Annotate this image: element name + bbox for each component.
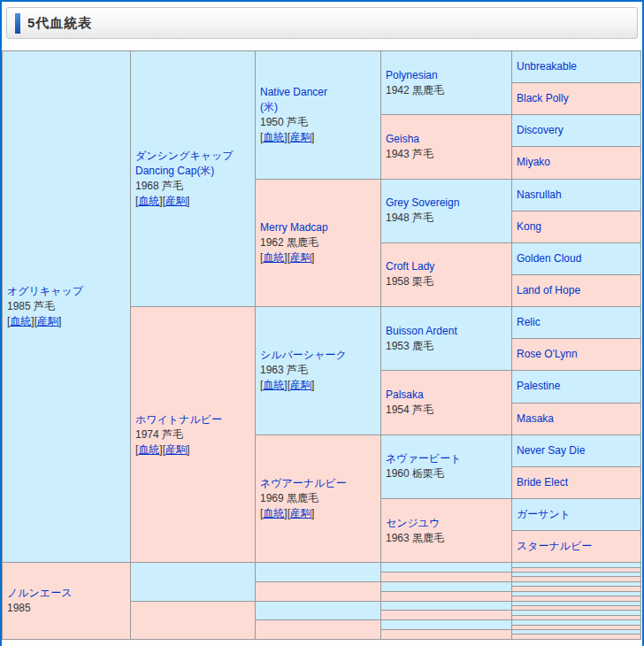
horse-name-link[interactable]: Rose O'Lynn xyxy=(517,348,578,360)
offspring-link[interactable]: 産駒 xyxy=(290,131,311,143)
pedigree-cell: Merry Madcap1962 黒鹿毛[血統][産駒] xyxy=(256,179,381,307)
horse-name-secondary-link[interactable]: (米) xyxy=(260,101,278,113)
horse-name: Golden Cloud xyxy=(517,251,636,266)
pedigree-cell-empty xyxy=(381,573,512,582)
horse-name: Relic xyxy=(517,315,636,330)
horse-year-coat: 1962 黒鹿毛 xyxy=(260,235,376,250)
horse-name-link[interactable]: Golden Cloud xyxy=(517,252,581,265)
horse-year-coat: 1954 芦毛 xyxy=(386,403,507,418)
pedigree-link[interactable]: 血統 xyxy=(263,507,284,519)
horse-name-link[interactable]: Never Say Die xyxy=(517,444,585,457)
pedigree-link[interactable]: 血統 xyxy=(263,251,284,264)
horse-year-coat: 1950 芦毛 xyxy=(260,115,376,130)
horse-name-link[interactable]: シルバーシャーク xyxy=(260,349,347,361)
pedigree-cell: Miyako xyxy=(512,147,641,179)
bracket: ] xyxy=(187,195,189,207)
horse-name-link[interactable]: Merry Madcap xyxy=(260,221,328,234)
horse-name-link[interactable]: オグリキャップ xyxy=(7,285,83,297)
page-title: 5代血統表 xyxy=(27,15,92,32)
pedigree-table: オグリキャップ1985 芦毛[血統][産駒]ダンシングキャップDancing C… xyxy=(2,50,641,640)
horse-name-link[interactable]: Native Dancer xyxy=(260,86,327,98)
pedigree-cell: Polynesian1942 黒鹿毛 xyxy=(381,51,512,115)
horse-name-link[interactable]: ガーサント xyxy=(517,508,571,520)
pedigree-cell: Never Say Die xyxy=(512,435,641,466)
pedigree-link[interactable]: 血統 xyxy=(138,195,159,207)
cell-links: [血統][産駒] xyxy=(7,314,126,329)
pedigree-cell: Black Polly xyxy=(512,83,641,115)
horse-name: Unbreakable xyxy=(517,59,636,74)
horse-name-link[interactable]: センジユウ xyxy=(386,517,440,529)
horse-name: シルバーシャーク xyxy=(260,348,376,363)
pedigree-link[interactable]: 血統 xyxy=(138,443,159,456)
horse-name: Land of Hope xyxy=(517,283,636,298)
pedigree-cell: ネヴァービート1960 栃栗毛 xyxy=(381,435,512,498)
horse-name-link[interactable]: Grey Sovereign xyxy=(386,196,459,209)
pedigree-cell: Native Dancer(米)1950 芦毛[血統][産駒] xyxy=(256,51,381,180)
horse-name-link[interactable]: ホワイトナルビー xyxy=(135,413,222,426)
horse-name-link[interactable]: Croft Lady xyxy=(386,260,434,273)
pedigree-link[interactable]: 血統 xyxy=(263,131,284,143)
title-accent-bar xyxy=(15,13,20,34)
horse-name-link[interactable]: Land of Hope xyxy=(517,284,580,296)
horse-name: Palestine xyxy=(517,379,636,394)
horse-name: スターナルビー xyxy=(517,539,636,554)
pedigree-cell-empty xyxy=(256,620,381,640)
horse-name-link[interactable]: Geisha xyxy=(386,133,419,145)
horse-name: Never Say Die xyxy=(517,443,636,458)
horse-name-link[interactable]: Discovery xyxy=(517,124,564,136)
horse-year-coat: 1963 黒鹿毛 xyxy=(386,531,507,546)
pedigree-cell: Bride Elect xyxy=(512,466,641,498)
horse-name-link[interactable]: Buisson Ardent xyxy=(386,325,457,337)
horse-name: Grey Sovereign xyxy=(386,196,507,211)
horse-year-coat: 1985 芦毛 xyxy=(7,299,126,314)
pedigree-cell: オグリキャップ1985 芦毛[血統][産駒] xyxy=(3,51,131,563)
horse-name-link[interactable]: Palestine xyxy=(517,380,560,392)
horse-name: Kong xyxy=(517,219,636,235)
horse-name-link[interactable]: Nasrullah xyxy=(517,188,562,201)
pedigree-cell-empty xyxy=(381,620,512,630)
horse-name-link[interactable]: Masaka xyxy=(517,412,554,425)
pedigree-link[interactable]: 血統 xyxy=(263,379,284,391)
pedigree-cell: Unbreakable xyxy=(512,51,641,83)
offspring-link[interactable]: 産駒 xyxy=(37,315,58,327)
pedigree-cell: Masaka xyxy=(512,403,641,435)
horse-name-link[interactable]: Unbreakable xyxy=(517,60,577,73)
horse-name-link[interactable]: Bride Elect xyxy=(517,476,568,488)
horse-name-link[interactable]: Miyako xyxy=(517,156,550,168)
offspring-link[interactable]: 産駒 xyxy=(290,507,311,519)
horse-year-coat: 1968 芦毛 xyxy=(135,179,250,194)
horse-name-link[interactable]: ネヴアーナルビー xyxy=(260,477,347,489)
pedigree-cell-empty xyxy=(381,629,512,639)
horse-name-link[interactable]: Relic xyxy=(517,316,540,328)
horse-name: ネヴァービート xyxy=(386,451,507,466)
horse-name-link[interactable]: ダンシングキャップ xyxy=(135,150,234,162)
pedigree-cell: Geisha1943 芦毛 xyxy=(381,115,512,179)
horse-name-link[interactable]: Black Polly xyxy=(517,92,569,104)
bracket: ] xyxy=(187,443,189,456)
pedigree-cell: ガーサント xyxy=(512,498,641,530)
horse-year-coat: 1969 黒鹿毛 xyxy=(260,491,376,506)
cell-links: [血統][産駒] xyxy=(260,378,376,393)
offspring-link[interactable]: 産駒 xyxy=(165,195,187,207)
horse-name-secondary-link[interactable]: Dancing Cap(米) xyxy=(135,165,214,177)
horse-name: Palsaka xyxy=(386,388,507,403)
horse-year-coat: 1943 芦毛 xyxy=(386,147,507,162)
horse-name: Rose O'Lynn xyxy=(517,347,636,362)
horse-name: Black Polly xyxy=(517,91,636,106)
horse-name-link[interactable]: ノルンエース xyxy=(7,587,72,599)
horse-name-link[interactable]: Kong xyxy=(517,220,541,233)
horse-name-link[interactable]: Palsaka xyxy=(386,388,424,401)
pedigree-cell-empty xyxy=(381,601,512,611)
horse-name: Bride Elect xyxy=(517,475,636,490)
offspring-link[interactable]: 産駒 xyxy=(165,443,187,456)
offspring-link[interactable]: 産駒 xyxy=(290,251,311,264)
cell-links: [血統][産駒] xyxy=(260,506,376,521)
horse-name: ノルンエース xyxy=(7,586,126,601)
horse-year-coat: 1985 xyxy=(7,601,126,616)
horse-name-link[interactable]: ネヴァービート xyxy=(386,452,461,465)
horse-name-link[interactable]: スターナルビー xyxy=(517,540,592,552)
horse-year-coat: 1942 黒鹿毛 xyxy=(386,83,507,98)
offspring-link[interactable]: 産駒 xyxy=(290,379,311,391)
horse-name-link[interactable]: Polynesian xyxy=(386,69,438,81)
pedigree-link[interactable]: 血統 xyxy=(10,315,31,327)
